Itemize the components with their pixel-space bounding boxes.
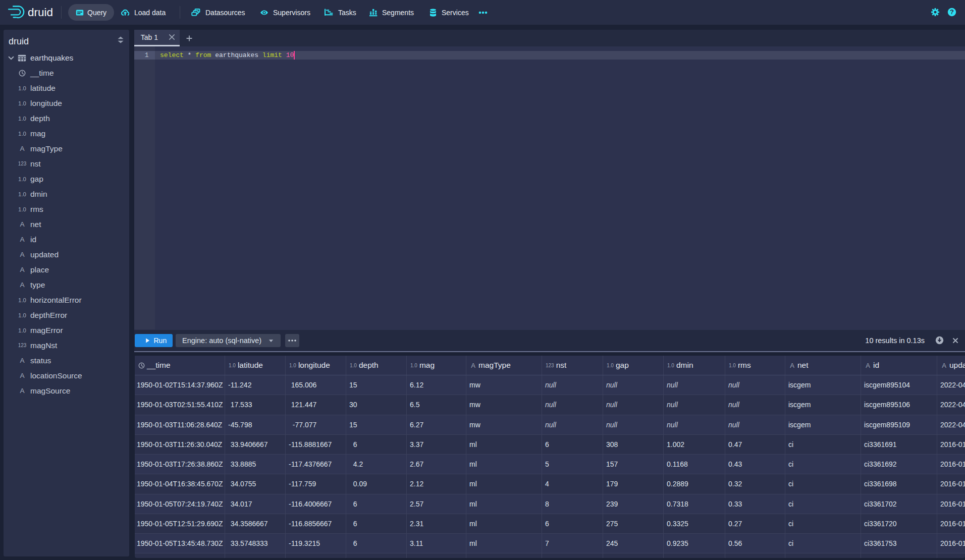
svg-text:?: ? [950, 8, 954, 16]
